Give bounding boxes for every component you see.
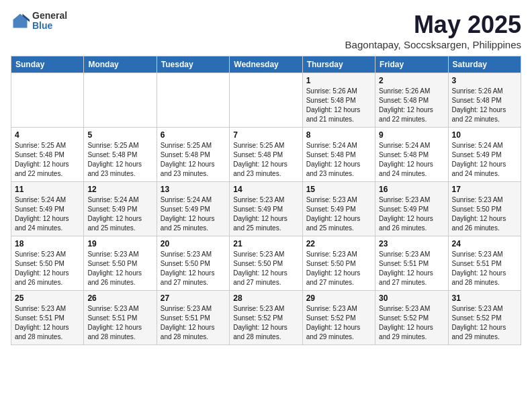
- day-detail: Sunrise: 5:25 AM Sunset: 5:48 PM Dayligh…: [161, 141, 226, 179]
- day-of-week-header: Thursday: [302, 56, 375, 73]
- svg-marker-0: [13, 14, 28, 28]
- calendar-week-row: 4Sunrise: 5:25 AM Sunset: 5:48 PM Daylig…: [11, 128, 521, 182]
- day-detail: Sunrise: 5:23 AM Sunset: 5:50 PM Dayligh…: [306, 250, 371, 287]
- day-number: 4: [15, 130, 80, 140]
- day-detail: Sunrise: 5:23 AM Sunset: 5:51 PM Dayligh…: [15, 304, 80, 342]
- calendar-cell: 8Sunrise: 5:24 AM Sunset: 5:48 PM Daylig…: [302, 128, 375, 182]
- day-detail: Sunrise: 5:24 AM Sunset: 5:48 PM Dayligh…: [379, 141, 444, 179]
- day-of-week-header: Wednesday: [230, 56, 302, 73]
- day-detail: Sunrise: 5:23 AM Sunset: 5:50 PM Dayligh…: [87, 250, 152, 287]
- day-of-week-header: Sunday: [11, 56, 84, 73]
- calendar-cell: [230, 73, 302, 128]
- day-of-week-header: Saturday: [448, 56, 521, 73]
- calendar-cell: 9Sunrise: 5:24 AM Sunset: 5:48 PM Daylig…: [375, 128, 448, 182]
- calendar-cell: [11, 73, 84, 128]
- day-number: 31: [452, 293, 517, 303]
- day-number: 20: [161, 239, 226, 248]
- calendar-cell: [157, 73, 229, 128]
- calendar-cell: 24Sunrise: 5:23 AM Sunset: 5:51 PM Dayli…: [448, 236, 521, 291]
- day-detail: Sunrise: 5:23 AM Sunset: 5:51 PM Dayligh…: [161, 304, 226, 342]
- day-number: 19: [87, 239, 152, 248]
- day-detail: Sunrise: 5:23 AM Sunset: 5:52 PM Dayligh…: [233, 304, 298, 342]
- day-number: 10: [452, 130, 517, 140]
- calendar-week-row: 11Sunrise: 5:24 AM Sunset: 5:49 PM Dayli…: [11, 182, 521, 236]
- calendar-cell: 6Sunrise: 5:25 AM Sunset: 5:48 PM Daylig…: [157, 128, 229, 182]
- day-number: 24: [452, 239, 517, 248]
- day-number: 27: [161, 293, 226, 303]
- day-detail: Sunrise: 5:24 AM Sunset: 5:49 PM Dayligh…: [161, 195, 226, 233]
- day-detail: Sunrise: 5:23 AM Sunset: 5:50 PM Dayligh…: [233, 250, 298, 287]
- day-number: 21: [233, 239, 298, 248]
- calendar-cell: 29Sunrise: 5:23 AM Sunset: 5:52 PM Dayli…: [302, 291, 375, 345]
- calendar-cell: 25Sunrise: 5:23 AM Sunset: 5:51 PM Dayli…: [11, 291, 84, 345]
- day-detail: Sunrise: 5:23 AM Sunset: 5:52 PM Dayligh…: [452, 304, 517, 342]
- title-block: May 2025 Bagontapay, Soccsksargen, Phili…: [345, 11, 521, 50]
- calendar-cell: 22Sunrise: 5:23 AM Sunset: 5:50 PM Dayli…: [302, 236, 375, 291]
- day-number: 11: [15, 185, 80, 194]
- day-number: 12: [87, 185, 152, 194]
- day-detail: Sunrise: 5:24 AM Sunset: 5:49 PM Dayligh…: [87, 195, 152, 233]
- day-number: 1: [306, 76, 371, 85]
- day-detail: Sunrise: 5:24 AM Sunset: 5:49 PM Dayligh…: [15, 195, 80, 233]
- day-detail: Sunrise: 5:23 AM Sunset: 5:51 PM Dayligh…: [452, 250, 517, 287]
- calendar-header-row: SundayMondayTuesdayWednesdayThursdayFrid…: [11, 56, 521, 73]
- calendar-cell: 14Sunrise: 5:23 AM Sunset: 5:49 PM Dayli…: [230, 182, 302, 236]
- day-number: 17: [452, 185, 517, 194]
- calendar-cell: 19Sunrise: 5:23 AM Sunset: 5:50 PM Dayli…: [84, 236, 157, 291]
- day-detail: Sunrise: 5:23 AM Sunset: 5:51 PM Dayligh…: [379, 250, 444, 287]
- day-detail: Sunrise: 5:23 AM Sunset: 5:49 PM Dayligh…: [233, 195, 298, 233]
- day-number: 22: [306, 239, 371, 248]
- calendar-cell: 13Sunrise: 5:24 AM Sunset: 5:49 PM Dayli…: [157, 182, 229, 236]
- day-detail: Sunrise: 5:24 AM Sunset: 5:49 PM Dayligh…: [452, 141, 517, 179]
- location-title: Bagontapay, Soccsksargen, Philippines: [345, 39, 521, 50]
- page-header: General Blue May 2025 Bagontapay, Soccsk…: [11, 11, 521, 50]
- calendar-cell: 27Sunrise: 5:23 AM Sunset: 5:51 PM Dayli…: [157, 291, 229, 345]
- day-number: 15: [306, 185, 371, 194]
- calendar-cell: 7Sunrise: 5:25 AM Sunset: 5:48 PM Daylig…: [230, 128, 302, 182]
- calendar-cell: 4Sunrise: 5:25 AM Sunset: 5:48 PM Daylig…: [11, 128, 84, 182]
- calendar-cell: 16Sunrise: 5:23 AM Sunset: 5:49 PM Dayli…: [375, 182, 448, 236]
- day-number: 9: [379, 130, 444, 140]
- logo-icon: [11, 11, 30, 30]
- calendar-cell: 11Sunrise: 5:24 AM Sunset: 5:49 PM Dayli…: [11, 182, 84, 236]
- calendar-cell: 18Sunrise: 5:23 AM Sunset: 5:50 PM Dayli…: [11, 236, 84, 291]
- day-number: 28: [233, 293, 298, 303]
- day-number: 5: [87, 130, 152, 140]
- calendar-cell: 20Sunrise: 5:23 AM Sunset: 5:50 PM Dayli…: [157, 236, 229, 291]
- calendar-cell: 5Sunrise: 5:25 AM Sunset: 5:48 PM Daylig…: [84, 128, 157, 182]
- day-detail: Sunrise: 5:23 AM Sunset: 5:51 PM Dayligh…: [87, 304, 152, 342]
- calendar-cell: 26Sunrise: 5:23 AM Sunset: 5:51 PM Dayli…: [84, 291, 157, 345]
- day-number: 25: [15, 293, 80, 303]
- calendar-table: SundayMondayTuesdayWednesdayThursdayFrid…: [11, 56, 521, 345]
- day-number: 26: [87, 293, 152, 303]
- calendar-week-row: 25Sunrise: 5:23 AM Sunset: 5:51 PM Dayli…: [11, 291, 521, 345]
- month-title: May 2025: [345, 11, 521, 39]
- day-detail: Sunrise: 5:26 AM Sunset: 5:48 PM Dayligh…: [306, 87, 371, 124]
- calendar-cell: 30Sunrise: 5:23 AM Sunset: 5:52 PM Dayli…: [375, 291, 448, 345]
- calendar-cell: 23Sunrise: 5:23 AM Sunset: 5:51 PM Dayli…: [375, 236, 448, 291]
- day-number: 3: [452, 76, 517, 85]
- day-of-week-header: Tuesday: [157, 56, 229, 73]
- day-detail: Sunrise: 5:23 AM Sunset: 5:52 PM Dayligh…: [379, 304, 444, 342]
- calendar-cell: 15Sunrise: 5:23 AM Sunset: 5:49 PM Dayli…: [302, 182, 375, 236]
- logo-blue-text: Blue: [32, 21, 67, 31]
- day-number: 8: [306, 130, 371, 140]
- calendar-cell: 17Sunrise: 5:23 AM Sunset: 5:50 PM Dayli…: [448, 182, 521, 236]
- day-detail: Sunrise: 5:26 AM Sunset: 5:48 PM Dayligh…: [379, 87, 444, 124]
- day-number: 14: [233, 185, 298, 194]
- day-detail: Sunrise: 5:23 AM Sunset: 5:50 PM Dayligh…: [452, 195, 517, 233]
- day-of-week-header: Friday: [375, 56, 448, 73]
- logo-general-text: General: [32, 11, 67, 21]
- day-detail: Sunrise: 5:23 AM Sunset: 5:50 PM Dayligh…: [161, 250, 226, 287]
- calendar-week-row: 1Sunrise: 5:26 AM Sunset: 5:48 PM Daylig…: [11, 73, 521, 128]
- calendar-cell: [84, 73, 157, 128]
- day-number: 16: [379, 185, 444, 194]
- logo-text: General Blue: [32, 11, 67, 32]
- day-number: 6: [161, 130, 226, 140]
- day-number: 23: [379, 239, 444, 248]
- day-detail: Sunrise: 5:24 AM Sunset: 5:48 PM Dayligh…: [306, 141, 371, 179]
- day-number: 29: [306, 293, 371, 303]
- day-detail: Sunrise: 5:23 AM Sunset: 5:49 PM Dayligh…: [306, 195, 371, 233]
- calendar-cell: 31Sunrise: 5:23 AM Sunset: 5:52 PM Dayli…: [448, 291, 521, 345]
- calendar-cell: 12Sunrise: 5:24 AM Sunset: 5:49 PM Dayli…: [84, 182, 157, 236]
